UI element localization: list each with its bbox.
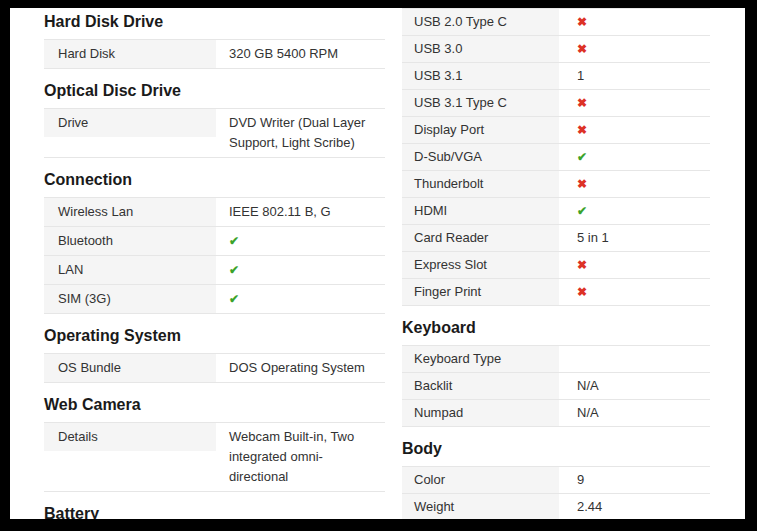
spec-value-cell: ✖ (559, 252, 710, 278)
check-icon: ✔ (229, 263, 239, 277)
spec-label-cell: Numpad (402, 400, 559, 426)
spec-label-cell: USB 3.1 Type C (402, 90, 559, 116)
check-icon: ✔ (577, 150, 587, 164)
spec-value-cell: ✔ (559, 198, 710, 224)
spec-row: Finger Print✖ (402, 279, 710, 306)
spec-value-cell: Webcam Built-in, Two integrated omni-dir… (216, 423, 385, 491)
section-title: Body (402, 440, 710, 458)
spec-label-cell: Backlit (402, 373, 559, 399)
spec-label-cell: Color (402, 467, 559, 493)
spec-table: DetailsWebcam Built-in, Two integrated o… (44, 422, 385, 492)
spec-sheet-page: Hard Disk DriveHard Disk320 GB 5400 RPMO… (10, 8, 745, 519)
spec-row: USB 3.11 (402, 63, 710, 90)
section-title: Hard Disk Drive (44, 13, 385, 31)
check-icon: ✔ (577, 204, 587, 218)
spec-label-cell: USB 2.0 Type C (402, 9, 559, 35)
spec-row: Color9 (402, 467, 710, 494)
spec-value-cell: 9 (559, 467, 710, 493)
spec-row: USB 3.0✖ (402, 36, 710, 63)
spec-value-cell (559, 346, 710, 352)
section-title: Battery (44, 505, 385, 519)
section-title: Keyboard (402, 319, 710, 337)
spec-row: BacklitN/A (402, 373, 710, 400)
section-title: Web Camera (44, 396, 385, 414)
spec-value-cell: ✖ (559, 171, 710, 197)
spec-row: Keyboard Type (402, 346, 710, 373)
spec-label-cell: Bluetooth (44, 227, 216, 255)
spec-label-cell: Keyboard Type (402, 346, 559, 372)
spec-row: Thunderbolt✖ (402, 171, 710, 198)
cross-icon: ✖ (577, 15, 587, 29)
spec-label-cell: USB 3.0 (402, 36, 559, 62)
spec-row: LAN✔ (44, 256, 385, 285)
spec-value-cell: DVD Writer (Dual Layer Support, Light Sc… (216, 109, 385, 157)
spec-row: SIM (3G)✔ (44, 285, 385, 314)
spec-row: Wireless LanIEEE 802.11 B, G (44, 198, 385, 227)
spec-label-cell: Finger Print (402, 279, 559, 305)
spec-row: NumpadN/A (402, 400, 710, 427)
spec-value-cell: ✖ (559, 90, 710, 116)
spec-label-cell: OS Bundle (44, 354, 216, 382)
spec-value-cell: 5 in 1 (559, 225, 710, 251)
spec-table: Hard Disk320 GB 5400 RPM (44, 39, 385, 69)
spec-value-cell: ✔ (216, 227, 385, 255)
spec-row: Card Reader5 in 1 (402, 225, 710, 252)
spec-table: Color9Weight2.44Material9 (402, 466, 710, 519)
spec-value-cell: ✔ (216, 256, 385, 284)
spec-value-cell: 320 GB 5400 RPM (216, 40, 385, 68)
check-icon: ✔ (229, 292, 239, 306)
spec-value-cell: 1 (559, 63, 710, 89)
spec-label-cell: Card Reader (402, 225, 559, 251)
spec-label-cell: USB 3.1 (402, 63, 559, 89)
spec-row: Weight2.44 (402, 494, 710, 519)
section-title: Optical Disc Drive (44, 82, 385, 100)
spec-row: USB 2.0 Type C✖ (402, 9, 710, 36)
spec-label-cell: SIM (3G) (44, 285, 216, 313)
spec-row: DriveDVD Writer (Dual Layer Support, Lig… (44, 109, 385, 158)
check-icon: ✔ (229, 234, 239, 248)
spec-value-cell: IEEE 802.11 B, G (216, 198, 385, 226)
spec-value-cell: DOS Operating System (216, 354, 385, 382)
spec-row: HDMI✔ (402, 198, 710, 225)
spec-row: USB 3.1 Type C✖ (402, 90, 710, 117)
spec-row: D-Sub/VGA✔ (402, 144, 710, 171)
spec-label-cell: Wireless Lan (44, 198, 216, 226)
spec-label-cell: D-Sub/VGA (402, 144, 559, 170)
spec-label-cell: HDMI (402, 198, 559, 224)
section-title: Operating System (44, 327, 385, 345)
spec-row: Bluetooth✔ (44, 227, 385, 256)
spec-label-cell: Thunderbolt (402, 171, 559, 197)
spec-label-cell: Hard Disk (44, 40, 216, 68)
spec-label-cell: Weight (402, 494, 559, 519)
spec-label-cell: Display Port (402, 117, 559, 143)
spec-label-cell: Express Slot (402, 252, 559, 278)
spec-value-cell: ✔ (559, 144, 710, 170)
spec-value-cell: ✖ (559, 36, 710, 62)
spec-value-cell: ✖ (559, 117, 710, 143)
spec-value-cell: N/A (559, 373, 710, 399)
spec-row: Display Port✖ (402, 117, 710, 144)
cross-icon: ✖ (577, 258, 587, 272)
spec-value-cell: N/A (559, 400, 710, 426)
spec-row: Hard Disk320 GB 5400 RPM (44, 40, 385, 69)
cross-icon: ✖ (577, 96, 587, 110)
spec-value-cell: ✖ (559, 279, 710, 305)
cross-icon: ✖ (577, 42, 587, 56)
spec-row: Express Slot✖ (402, 252, 710, 279)
spec-column-right: USB 2.0 Type C✖USB 3.0✖USB 3.11USB 3.1 T… (402, 8, 710, 519)
cross-icon: ✖ (577, 123, 587, 137)
spec-table: Wireless LanIEEE 802.11 B, GBluetooth✔LA… (44, 197, 385, 314)
spec-table: DriveDVD Writer (Dual Layer Support, Lig… (44, 108, 385, 158)
spec-row: OS BundleDOS Operating System (44, 354, 385, 383)
spec-label-cell: Drive (44, 109, 216, 137)
spec-column-left: Hard Disk DriveHard Disk320 GB 5400 RPMO… (44, 8, 385, 519)
section-title: Connection (44, 171, 385, 189)
spec-value-cell: 2.44 (559, 494, 710, 519)
spec-table: USB 2.0 Type C✖USB 3.0✖USB 3.11USB 3.1 T… (402, 8, 710, 306)
spec-row: DetailsWebcam Built-in, Two integrated o… (44, 423, 385, 492)
spec-value-cell: ✖ (559, 9, 710, 35)
spec-table: Keyboard TypeBacklitN/ANumpadN/A (402, 345, 710, 427)
spec-table: OS BundleDOS Operating System (44, 353, 385, 383)
cross-icon: ✖ (577, 285, 587, 299)
spec-value-cell: ✔ (216, 285, 385, 313)
